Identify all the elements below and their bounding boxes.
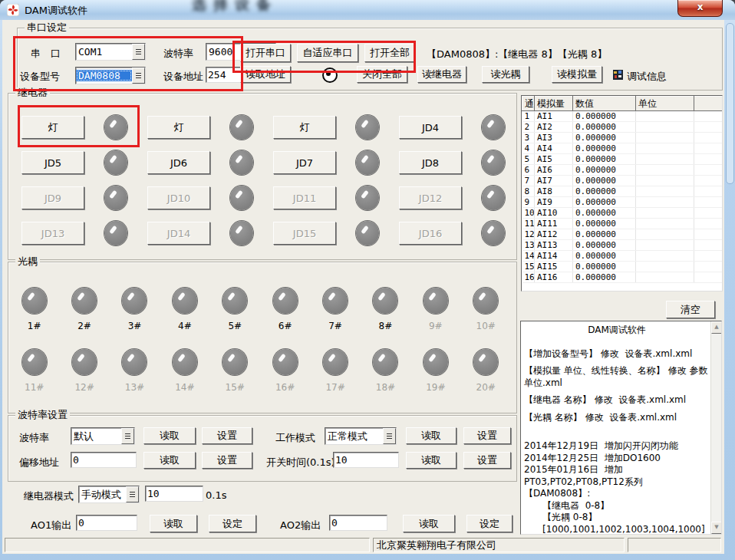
relay-lamp-icon bbox=[482, 186, 505, 210]
analog-row[interactable]: 15AI150.000000 bbox=[522, 262, 723, 272]
open-all-button[interactable]: 打开全部 bbox=[364, 44, 415, 62]
analog-cell bbox=[694, 251, 723, 262]
analog-row[interactable]: 6AI60.000000 bbox=[522, 165, 723, 176]
analog-row[interactable]: 10AI100.000000 bbox=[522, 208, 723, 219]
ao1-read-button[interactable]: 读取 bbox=[150, 515, 197, 532]
relay-button-7[interactable]: JD7 bbox=[273, 151, 336, 174]
analog-row[interactable]: 3AI30.000000 bbox=[522, 133, 723, 143]
baud-setting-combobox[interactable]: 默认 bbox=[71, 427, 135, 445]
analog-row[interactable]: 5AI50.000000 bbox=[522, 154, 723, 165]
relay-button-16[interactable]: JD16 bbox=[399, 222, 462, 245]
baud-set-button[interactable]: 设置 bbox=[202, 427, 252, 444]
analog-row[interactable]: 14AI140.000000 bbox=[522, 251, 723, 262]
opto-channel-label: 2# bbox=[77, 321, 91, 331]
ao1-set-button[interactable]: 设定 bbox=[209, 515, 256, 532]
relay-button-2[interactable]: 灯 bbox=[147, 116, 210, 139]
ao2-label: AO2输出 bbox=[280, 519, 321, 532]
ao2-read-button[interactable]: 读取 bbox=[403, 515, 455, 532]
relay-button-13[interactable]: JD13 bbox=[21, 222, 84, 245]
analog-cell: 0.000000 bbox=[573, 111, 636, 122]
analog-column-header[interactable] bbox=[694, 97, 723, 111]
opto-channel-label: 16# bbox=[275, 382, 295, 393]
device-model-dropdown-icon[interactable] bbox=[132, 68, 145, 84]
read-opto-button[interactable]: 读光耦 bbox=[482, 66, 529, 83]
analog-cell: 0.000000 bbox=[573, 176, 636, 186]
analog-row[interactable]: 11AI110.000000 bbox=[522, 219, 723, 229]
read-address-button[interactable]: 读取地址 bbox=[240, 66, 291, 83]
switch-time-read-button[interactable]: 读取 bbox=[406, 452, 456, 469]
relay-button-15[interactable]: JD15 bbox=[273, 222, 336, 245]
log-scroll-down-icon[interactable]: ▼ bbox=[711, 522, 722, 534]
relay-button-12[interactable]: JD12 bbox=[399, 186, 462, 209]
analog-row[interactable]: 7AI70.000000 bbox=[522, 176, 723, 186]
relay-lamp-icon bbox=[230, 221, 253, 245]
switch-time-set-button[interactable]: 设置 bbox=[463, 452, 511, 469]
relay-button-9[interactable]: JD9 bbox=[21, 186, 84, 209]
analog-table-header: 通模拟量数值单位 bbox=[522, 97, 723, 111]
analog-row[interactable]: 9AI90.000000 bbox=[522, 197, 723, 208]
relay-button-4[interactable]: JD4 bbox=[399, 116, 462, 139]
offset-set-button[interactable]: 设置 bbox=[202, 452, 252, 469]
work-mode-combobox[interactable]: 正常模式 bbox=[325, 427, 397, 445]
relay-button-10[interactable]: JD10 bbox=[147, 186, 210, 209]
ao1-input[interactable] bbox=[76, 515, 137, 531]
relay-button-1[interactable]: 灯 bbox=[21, 116, 84, 139]
relay-button-14[interactable]: JD14 bbox=[147, 222, 210, 245]
analog-column-header[interactable]: 单位 bbox=[636, 97, 694, 111]
read-relay-button[interactable]: 读继电器 bbox=[417, 66, 466, 83]
analog-column-header[interactable]: 通 bbox=[522, 97, 535, 111]
log-scroll-up-icon[interactable]: ▲ bbox=[711, 321, 722, 334]
analog-cell bbox=[694, 165, 723, 176]
baud-setting-dropdown-icon[interactable] bbox=[121, 428, 134, 444]
opto-channel-label: 19# bbox=[426, 382, 445, 393]
baud-read-button[interactable]: 读取 bbox=[143, 427, 196, 444]
work-mode-dropdown-icon[interactable] bbox=[383, 428, 396, 444]
analog-cell: 16 bbox=[522, 272, 535, 283]
switch-time-input[interactable] bbox=[333, 452, 399, 468]
analog-column-header[interactable]: 数值 bbox=[573, 97, 636, 111]
relay-button-8[interactable]: JD8 bbox=[399, 151, 462, 174]
read-analog-button[interactable]: 读模拟量 bbox=[552, 66, 602, 83]
opto-channel-label: 18# bbox=[376, 382, 395, 393]
auto-adapt-serial-button[interactable]: 自适应串口 bbox=[297, 44, 358, 62]
window-scrollbar-thumb[interactable] bbox=[726, 23, 734, 184]
analog-row[interactable]: 1AI10.000000 bbox=[522, 111, 723, 122]
opto-lamp-icon bbox=[273, 288, 298, 314]
status-led-icon bbox=[322, 68, 338, 83]
analog-column-header[interactable]: 模拟量 bbox=[535, 97, 573, 111]
relay-mode-combobox[interactable]: 手动模式 bbox=[78, 486, 140, 503]
relay-mode-dropdown-icon[interactable] bbox=[126, 486, 139, 502]
port-combobox[interactable]: COM1 bbox=[75, 43, 146, 61]
close-all-button[interactable]: 关闭全部 bbox=[357, 66, 407, 83]
analog-row[interactable]: 13AI130.000000 bbox=[522, 240, 723, 251]
relay-mode-time-input[interactable] bbox=[145, 486, 203, 502]
relay-button-11[interactable]: JD11 bbox=[273, 186, 336, 209]
device-model-combobox[interactable]: DAM0808 bbox=[75, 67, 146, 84]
relay-button-6[interactable]: JD6 bbox=[147, 151, 210, 174]
relay-button-5[interactable]: JD5 bbox=[21, 151, 84, 174]
opto-lamp-icon bbox=[22, 349, 47, 375]
analog-row[interactable]: 4AI40.000000 bbox=[522, 143, 723, 154]
analog-row[interactable]: 12AI120.000000 bbox=[522, 229, 723, 240]
close-button[interactable]: x bbox=[677, 0, 723, 17]
analog-cell: AI8 bbox=[535, 186, 573, 197]
ao2-input[interactable] bbox=[329, 515, 387, 531]
clear-button[interactable]: 清空 bbox=[666, 301, 715, 318]
offset-read-button[interactable]: 读取 bbox=[143, 452, 196, 469]
analog-row[interactable]: 8AI80.000000 bbox=[522, 186, 723, 197]
analog-row[interactable]: 2AI20.000000 bbox=[522, 122, 723, 133]
offset-address-input[interactable] bbox=[71, 452, 137, 468]
work-mode-read-button[interactable]: 读取 bbox=[406, 427, 456, 444]
analog-cell: AI10 bbox=[535, 208, 573, 219]
titlebar[interactable]: 选择设备 DAM调试软件 x bbox=[0, 0, 735, 20]
app-window: 选择设备 DAM调试软件 x 串口设定 串 口 COM1 波特率 9600 bbox=[0, 0, 735, 560]
open-serial-button[interactable]: 打开串口 bbox=[240, 44, 291, 62]
port-dropdown-icon[interactable] bbox=[132, 44, 145, 60]
analog-cell bbox=[636, 154, 694, 165]
analog-row[interactable]: 16AI160.000000 bbox=[522, 272, 723, 283]
work-mode-set-button[interactable]: 设置 bbox=[463, 427, 511, 444]
ao2-set-button[interactable]: 设定 bbox=[466, 515, 513, 532]
log-scrollbar[interactable]: ▲ ▼ bbox=[710, 321, 721, 534]
relay-button-3[interactable]: 灯 bbox=[273, 116, 336, 139]
relay-lamp-icon bbox=[230, 186, 253, 210]
